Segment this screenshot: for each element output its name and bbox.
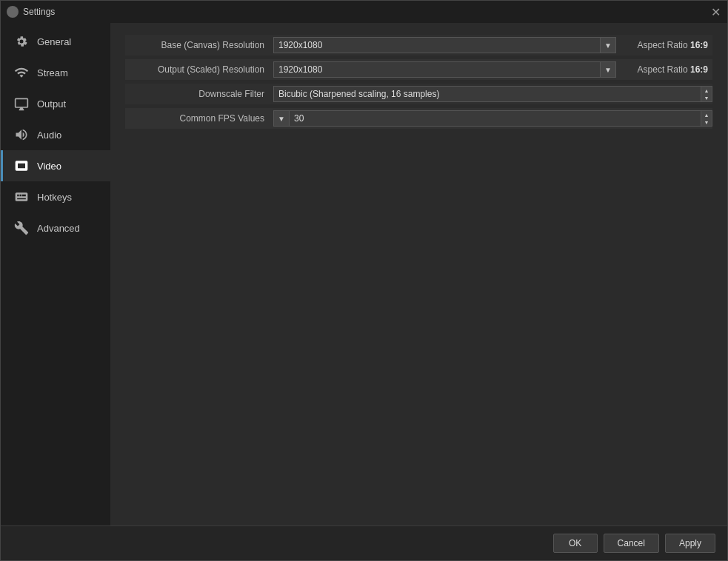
- downscale-filter-input[interactable]: [273, 86, 701, 102]
- app-icon: [7, 6, 19, 18]
- apply-button[interactable]: Apply: [665, 534, 715, 553]
- output-resolution-label: Output (Scaled) Resolution: [125, 64, 273, 75]
- main-content: General Stream Output: [1, 23, 727, 525]
- common-fps-spinner: ▲ ▼: [701, 110, 712, 127]
- base-resolution-dropdown-wrapper: 1920x1080 ▼: [273, 37, 616, 53]
- advanced-icon: [13, 220, 30, 236]
- output-resolution-dropdown-arrow[interactable]: ▼: [600, 61, 616, 78]
- sidebar-item-stream[interactable]: Stream: [1, 57, 110, 88]
- sidebar-label-video: Video: [37, 161, 61, 172]
- settings-window: Settings ✕ General Stream: [0, 0, 728, 561]
- common-fps-input[interactable]: [289, 110, 701, 127]
- output-resolution-aspect-ratio: Aspect Ratio 16:9: [616, 64, 712, 75]
- audio-icon: [13, 127, 30, 143]
- common-fps-spinner-down[interactable]: ▼: [701, 118, 712, 126]
- sidebar-label-general: General: [37, 36, 71, 47]
- output-resolution-control: 1920x1080 ▼ Aspect Ratio 16:9: [273, 61, 712, 78]
- common-fps-row: Common FPS Values ▼ ▲ ▼: [125, 108, 712, 129]
- sidebar-label-output: Output: [37, 98, 66, 110]
- sidebar: General Stream Output: [1, 23, 110, 525]
- output-resolution-dropdown-wrapper: 1920x1080 ▼: [273, 61, 616, 78]
- titlebar: Settings ✕: [1, 1, 727, 23]
- sidebar-item-general[interactable]: General: [1, 26, 110, 57]
- common-fps-label: Common FPS Values: [125, 113, 273, 124]
- downscale-spinner: ▲ ▼: [701, 86, 712, 102]
- sidebar-label-audio: Audio: [37, 130, 61, 141]
- downscale-filter-label: Downscale Filter: [125, 89, 273, 99]
- base-resolution-label: Base (Canvas) Resolution: [125, 40, 273, 50]
- gear-icon: [13, 33, 30, 50]
- video-icon: [13, 158, 30, 174]
- output-resolution-row: Output (Scaled) Resolution 1920x1080 ▼ A…: [125, 59, 712, 80]
- downscale-filter-control: ▲ ▼: [273, 86, 712, 102]
- close-button[interactable]: ✕: [709, 6, 721, 18]
- base-resolution-aspect-ratio: Aspect Ratio 16:9: [616, 40, 712, 50]
- content-area: Base (Canvas) Resolution 1920x1080 ▼ Asp…: [110, 23, 727, 525]
- base-resolution-dropdown-arrow[interactable]: ▼: [600, 37, 616, 53]
- common-fps-control: ▼ ▲ ▼: [273, 110, 712, 127]
- base-resolution-select[interactable]: 1920x1080: [273, 37, 601, 53]
- base-resolution-control: 1920x1080 ▼ Aspect Ratio 16:9: [273, 37, 712, 53]
- cancel-button[interactable]: Cancel: [604, 534, 659, 553]
- sidebar-label-stream: Stream: [37, 67, 68, 78]
- common-fps-dropdown-arrow[interactable]: ▼: [273, 110, 290, 127]
- downscale-filter-row: Downscale Filter ▲ ▼: [125, 84, 712, 104]
- sidebar-label-hotkeys: Hotkeys: [37, 192, 72, 203]
- sidebar-item-audio[interactable]: Audio: [1, 119, 110, 150]
- output-resolution-select[interactable]: 1920x1080: [273, 61, 601, 78]
- stream-icon: [13, 64, 30, 81]
- video-settings-section: Base (Canvas) Resolution 1920x1080 ▼ Asp…: [125, 35, 712, 130]
- sidebar-label-advanced: Advanced: [37, 223, 80, 234]
- base-resolution-row: Base (Canvas) Resolution 1920x1080 ▼ Asp…: [125, 35, 712, 56]
- common-fps-spinner-up[interactable]: ▲: [701, 111, 712, 118]
- sidebar-item-hotkeys[interactable]: Hotkeys: [1, 181, 110, 212]
- common-fps-spinner-wrapper: ▲ ▼: [289, 110, 712, 127]
- ok-button[interactable]: OK: [553, 534, 598, 553]
- downscale-spinner-up[interactable]: ▲: [701, 87, 712, 94]
- hotkeys-icon: [13, 189, 30, 205]
- output-icon: [13, 95, 30, 112]
- sidebar-item-video[interactable]: Video: [1, 150, 110, 181]
- bottom-bar: OK Cancel Apply: [1, 525, 727, 560]
- window-title: Settings: [23, 7, 709, 17]
- sidebar-item-advanced[interactable]: Advanced: [1, 212, 110, 243]
- sidebar-item-output[interactable]: Output: [1, 88, 110, 119]
- downscale-spinner-down[interactable]: ▼: [701, 94, 712, 101]
